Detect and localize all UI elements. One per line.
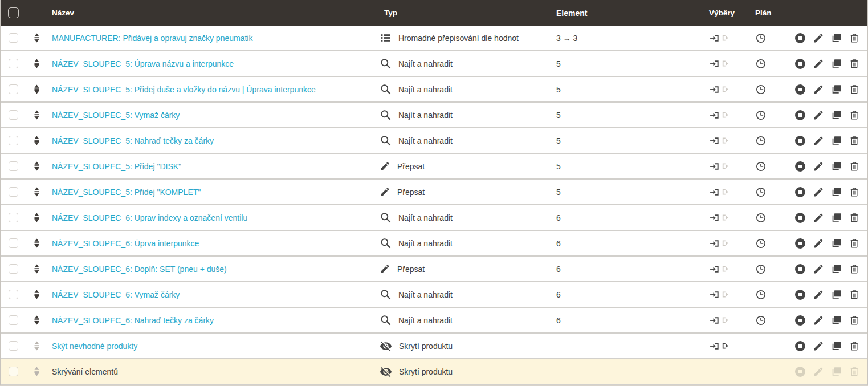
row-name-link[interactable]: MANUFACTURER: Přidávej a opravuj značky … <box>52 34 252 43</box>
duplicate-icon[interactable] <box>830 109 842 121</box>
row-name-link[interactable]: NÁZEV_SLOUPEC_6: Uprav indexy a označení… <box>52 213 247 222</box>
drag-handle-icon[interactable] <box>32 340 41 351</box>
selection-in-icon[interactable] <box>709 84 720 95</box>
row-name-link[interactable]: NÁZEV_SLOUPEC_6: Úprva interpunkce <box>52 239 199 248</box>
drag-handle-icon[interactable] <box>32 135 41 146</box>
row-name-link[interactable]: NÁZEV_SLOUPEC_5: Přidej "DISK" <box>52 162 181 171</box>
duplicate-icon[interactable] <box>830 83 842 95</box>
drag-handle-icon[interactable] <box>32 263 41 274</box>
edit-pencil-icon[interactable] <box>813 161 824 172</box>
selection-out-icon[interactable] <box>721 290 731 299</box>
edit-pencil-icon[interactable] <box>813 212 824 224</box>
edit-pencil-icon[interactable] <box>813 263 824 275</box>
stop-circle-icon[interactable] <box>794 263 806 275</box>
schedule-clock-icon[interactable] <box>755 109 767 121</box>
stop-circle-icon[interactable] <box>794 58 806 70</box>
delete-trash-icon[interactable] <box>849 289 860 300</box>
delete-trash-icon[interactable] <box>849 58 860 70</box>
selection-in-icon[interactable] <box>709 289 720 300</box>
delete-trash-icon[interactable] <box>849 186 860 198</box>
edit-pencil-icon[interactable] <box>813 84 824 95</box>
drag-handle-icon[interactable] <box>32 58 41 69</box>
row-checkbox[interactable] <box>9 136 18 145</box>
duplicate-icon[interactable] <box>830 340 842 352</box>
delete-trash-icon[interactable] <box>849 161 860 172</box>
selection-in-icon[interactable] <box>709 186 720 198</box>
edit-pencil-icon[interactable] <box>813 340 824 352</box>
schedule-clock-icon[interactable] <box>755 84 767 95</box>
row-name-link[interactable]: NÁZEV_SLOUPEC_5: Úprava názvu a interpun… <box>52 59 234 68</box>
selection-in-icon[interactable] <box>709 161 720 172</box>
stop-circle-icon[interactable] <box>794 109 806 121</box>
drag-handle-icon[interactable] <box>32 315 41 326</box>
drag-handle-icon[interactable] <box>32 186 41 197</box>
duplicate-icon[interactable] <box>830 186 842 198</box>
drag-handle-icon[interactable] <box>32 238 41 249</box>
row-checkbox[interactable] <box>9 84 18 94</box>
selection-out-icon[interactable] <box>721 33 731 43</box>
stop-circle-icon[interactable] <box>794 135 806 147</box>
row-checkbox[interactable] <box>9 367 18 376</box>
drag-handle-icon[interactable] <box>32 32 41 43</box>
selection-out-icon[interactable] <box>721 341 731 351</box>
selection-in-icon[interactable] <box>709 135 720 147</box>
duplicate-icon[interactable] <box>830 263 842 275</box>
stop-circle-icon[interactable] <box>794 83 806 96</box>
drag-handle-icon[interactable] <box>32 212 41 223</box>
row-name-link[interactable]: NÁZEV_SLOUPEC_5: Nahraď tečky za čárky <box>52 136 214 145</box>
row-checkbox[interactable] <box>9 315 18 325</box>
edit-pencil-icon[interactable] <box>813 109 824 121</box>
schedule-clock-icon[interactable] <box>755 186 767 198</box>
row-checkbox[interactable] <box>9 110 18 120</box>
duplicate-icon[interactable] <box>830 212 842 224</box>
row-name-link[interactable]: NÁZEV_SLOUPEC_5: Přidej "KOMPLET" <box>52 188 201 197</box>
edit-pencil-icon[interactable] <box>813 315 824 326</box>
selection-in-icon[interactable] <box>709 58 720 70</box>
row-checkbox[interactable] <box>9 213 18 222</box>
stop-circle-icon[interactable] <box>794 314 806 327</box>
row-checkbox[interactable] <box>9 161 18 171</box>
edit-pencil-icon[interactable] <box>813 366 824 377</box>
selection-out-icon[interactable] <box>721 59 731 68</box>
selection-out-icon[interactable] <box>721 161 731 171</box>
delete-trash-icon[interactable] <box>849 366 860 377</box>
row-name-link[interactable]: NÁZEV_SLOUPEC_5: Přidej duše a vložky do… <box>52 85 316 94</box>
selection-out-icon[interactable] <box>721 136 731 145</box>
selection-in-icon[interactable] <box>709 238 720 249</box>
delete-trash-icon[interactable] <box>849 109 860 121</box>
edit-pencil-icon[interactable] <box>813 238 824 249</box>
selection-in-icon[interactable] <box>709 315 720 326</box>
row-name-link[interactable]: NÁZEV_SLOUPEC_6: Nahraď tečky za čárky <box>52 316 214 325</box>
drag-handle-icon[interactable] <box>32 366 41 377</box>
schedule-clock-icon[interactable] <box>755 32 767 44</box>
stop-circle-icon[interactable] <box>794 212 806 224</box>
selection-out-icon[interactable] <box>721 187 731 197</box>
delete-trash-icon[interactable] <box>849 212 860 224</box>
row-name-link[interactable]: NÁZEV_SLOUPEC_6: Doplň: SET (pneu + duše… <box>52 265 227 274</box>
row-checkbox[interactable] <box>9 341 18 351</box>
selection-out-icon[interactable] <box>721 110 731 120</box>
selection-in-icon[interactable] <box>709 340 720 352</box>
row-checkbox[interactable] <box>9 290 18 299</box>
drag-handle-icon[interactable] <box>32 84 41 95</box>
duplicate-icon[interactable] <box>830 365 842 377</box>
stop-circle-icon[interactable] <box>794 186 806 198</box>
drag-handle-icon[interactable] <box>32 109 41 120</box>
drag-handle-icon[interactable] <box>32 161 41 172</box>
delete-trash-icon[interactable] <box>849 263 860 275</box>
selection-out-icon[interactable] <box>721 238 731 248</box>
row-name-link[interactable]: Skýt nevhodné produkty <box>52 342 137 351</box>
row-checkbox[interactable] <box>9 59 18 68</box>
delete-trash-icon[interactable] <box>849 84 860 95</box>
duplicate-icon[interactable] <box>830 160 842 172</box>
row-checkbox[interactable] <box>9 238 18 248</box>
schedule-clock-icon[interactable] <box>755 289 767 300</box>
schedule-clock-icon[interactable] <box>755 315 767 326</box>
delete-trash-icon[interactable] <box>849 340 860 352</box>
duplicate-icon[interactable] <box>830 237 842 249</box>
stop-circle-icon[interactable] <box>794 237 806 250</box>
stop-circle-icon[interactable] <box>794 340 806 352</box>
duplicate-icon[interactable] <box>830 58 842 70</box>
selection-out-icon[interactable] <box>721 315 731 325</box>
row-checkbox[interactable] <box>9 264 18 274</box>
